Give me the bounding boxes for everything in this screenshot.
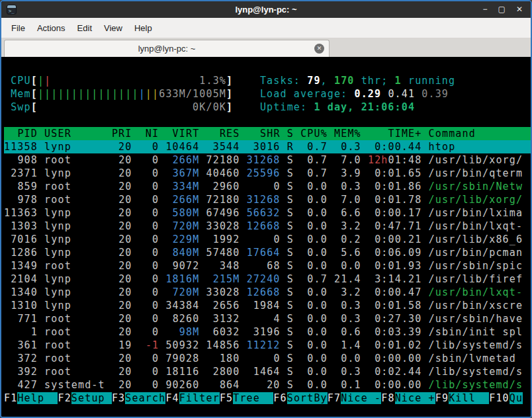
col-shr[interactable]: SHR xyxy=(260,128,281,140)
col-user[interactable]: USER xyxy=(44,128,71,140)
cell-virt: 8260 xyxy=(173,313,200,325)
tab-active[interactable]: lynp@lyn-pc: ~ ✕ xyxy=(4,40,330,57)
fkey-F2[interactable]: F2 xyxy=(58,392,71,404)
col-cpu[interactable]: CPU% xyxy=(300,128,328,140)
process-row[interactable]: 372 root 20 0 79028 180 0 S 0.0 0.0 0:00… xyxy=(4,352,531,365)
fkey-F6-label[interactable]: SortBy xyxy=(287,392,328,404)
fkey-F4-label[interactable]: Filter xyxy=(179,392,220,404)
cell-mem: 7.0 xyxy=(341,194,361,206)
cell-pid: 2104 xyxy=(11,273,38,285)
process-row[interactable]: 908 root 20 0 266M 72180 31268 S 0.7 7.0… xyxy=(4,153,531,167)
col-pri[interactable]: PRI xyxy=(112,128,132,140)
cell-cmd: /usr/bin/qterm xyxy=(429,167,523,179)
close-icon[interactable]: ✕ xyxy=(516,5,523,15)
cell-cmd: /usr/bin/lxqt- xyxy=(429,286,523,298)
cell-shr: 31268 xyxy=(247,194,281,206)
cell-user: root xyxy=(44,194,71,206)
process-row[interactable]: 427 systemd-t 20 0 90260 864 20 S 0.0 0.… xyxy=(4,378,531,392)
fkey-F9[interactable]: F9 xyxy=(435,392,449,404)
cell-virt: 90260 xyxy=(165,379,199,391)
cell-shr: 1984 xyxy=(253,300,281,312)
process-row[interactable]: 1 root 20 0 98M 6032 3196 S 0.0 0.6 0:03… xyxy=(4,325,531,339)
cell-cpu: 0.7 xyxy=(307,273,328,285)
tab-close-icon[interactable]: ✕ xyxy=(314,44,324,54)
cell-res: 2960 xyxy=(213,181,240,192)
menu-file[interactable]: File xyxy=(5,20,31,36)
fkey-F5[interactable]: F5 xyxy=(220,392,233,404)
cell-virt: 840M xyxy=(173,247,200,259)
cell-s: S xyxy=(287,379,294,391)
cell-pri: 20 xyxy=(118,366,132,378)
col-ni[interactable]: NI xyxy=(146,128,159,140)
col-pid[interactable]: PID xyxy=(17,128,38,140)
maximize-icon[interactable]: ▢ xyxy=(498,5,506,15)
cell-cpu: 0.0 xyxy=(307,313,328,325)
cell-time: 0:01.86 xyxy=(375,181,421,192)
fkey-F1-label[interactable]: Help xyxy=(17,392,58,404)
process-row[interactable]: 11358 lynp 20 0 10464 3544 3016 R 0.7 0.… xyxy=(4,140,531,153)
process-row[interactable]: 1303 lynp 20 0 720M 33028 12668 S 0.0 3.… xyxy=(4,220,531,233)
process-row[interactable]: 771 root 20 0 8260 3132 4 S 0.0 0.3 0:27… xyxy=(4,312,531,325)
cell-s: S xyxy=(287,194,294,206)
cell-virt: 266M xyxy=(173,194,200,206)
titlebar[interactable]: >_ lynp@lyn-pc: ~ − ▢ ✕ xyxy=(1,1,531,18)
process-row[interactable]: 1310 lynp 20 0 34384 2656 1984 S 0.0 0.3… xyxy=(4,299,531,312)
cell-s: S xyxy=(287,220,294,232)
fkey-F10-label[interactable]: Qu xyxy=(510,392,523,404)
fkey-F9-label[interactable]: Kill xyxy=(449,392,489,404)
fkey-F8-label[interactable]: Nice + xyxy=(395,392,435,404)
process-row[interactable]: 2371 lynp 20 0 367M 40460 25596 S 0.7 3.… xyxy=(4,167,531,180)
fkey-F3[interactable]: F3 xyxy=(112,392,125,404)
process-row[interactable]: 1349 root 20 0 9072 348 68 S 0.0 0.0 0:0… xyxy=(4,259,531,272)
process-row[interactable]: 1286 lynp 20 0 840M 57480 17664 S 0.0 5.… xyxy=(4,246,531,259)
process-row[interactable]: 978 root 20 0 266M 72180 31268 S 0.0 7.0… xyxy=(4,193,531,206)
menu-edit[interactable]: Edit xyxy=(71,20,98,36)
cell-cmd: /usr/lib/firef xyxy=(429,273,523,285)
fkey-F7-label[interactable]: Nice - xyxy=(341,392,381,404)
cell-s: S xyxy=(287,154,294,166)
cell-shr: 17664 xyxy=(247,247,281,259)
fkey-F3-label[interactable]: Search xyxy=(125,392,165,404)
cell-pri: 20 xyxy=(118,220,132,232)
cell-mem: 7.0 xyxy=(341,154,361,166)
process-row[interactable]: 2104 lynp 20 0 1816M 215M 27240 S 0.7 21… xyxy=(4,272,531,286)
cell-res: 72180 xyxy=(206,194,240,206)
process-row[interactable]: 859 root 20 0 334M 2960 0 S 0.0 0.3 0:01… xyxy=(4,180,531,193)
cell-time: 3:14.21 xyxy=(375,273,421,285)
cell-pid: 1303 xyxy=(11,220,38,232)
col-command[interactable]: Command xyxy=(429,128,476,140)
process-row[interactable]: 7016 lynp 20 0 229M 1992 0 S 0.0 0.2 0:0… xyxy=(4,233,531,246)
process-row[interactable]: 361 root 19 -1 50932 14856 11212 S 0.0 1… xyxy=(4,339,531,352)
fkey-F10[interactable]: F10 xyxy=(489,392,510,404)
fkey-F8[interactable]: F8 xyxy=(381,392,394,404)
cell-time: 0:00.17 xyxy=(375,207,421,219)
fkey-F2-label[interactable]: Setup xyxy=(71,392,112,404)
process-row[interactable]: 11363 lynp 20 0 580M 67496 56632 S 0.0 6… xyxy=(4,206,531,220)
cell-time: 0:00.47 xyxy=(375,286,421,298)
menu-actions[interactable]: Actions xyxy=(31,20,71,36)
cell-shr: 12668 xyxy=(247,220,281,232)
fkey-F4[interactable]: F4 xyxy=(165,392,179,404)
col-res[interactable]: RES xyxy=(220,128,240,140)
col-mem[interactable]: MEM% xyxy=(334,128,361,140)
menu-view[interactable]: View xyxy=(98,20,128,36)
cell-s: S xyxy=(287,273,294,285)
fkey-F5-label[interactable]: Tree xyxy=(233,392,273,404)
cell-res: 864 xyxy=(220,379,240,391)
col-time+[interactable]: TIME+ xyxy=(388,128,422,140)
minimize-icon[interactable]: − xyxy=(483,5,488,15)
cell-pri: 20 xyxy=(118,194,132,206)
menu-help[interactable]: Help xyxy=(128,20,158,36)
fkey-F6[interactable]: F6 xyxy=(273,392,287,404)
cell-pri: 20 xyxy=(118,300,132,312)
cell-user: root xyxy=(44,353,71,364)
cell-ni: 0 xyxy=(152,141,159,153)
cell-virt: 580M xyxy=(173,207,200,219)
process-row[interactable]: 392 root 20 0 18116 2800 1464 S 0.0 0.3 … xyxy=(4,365,531,378)
fkey-F1[interactable]: F1 xyxy=(4,392,17,404)
process-row[interactable]: 1340 lynp 20 0 720M 33028 12668 S 0.0 3.… xyxy=(4,286,531,299)
col-virt[interactable]: VIRT xyxy=(173,128,200,140)
col-s[interactable]: S xyxy=(287,128,294,140)
cell-pri: 20 xyxy=(118,181,132,192)
fkey-F7[interactable]: F7 xyxy=(328,392,341,404)
